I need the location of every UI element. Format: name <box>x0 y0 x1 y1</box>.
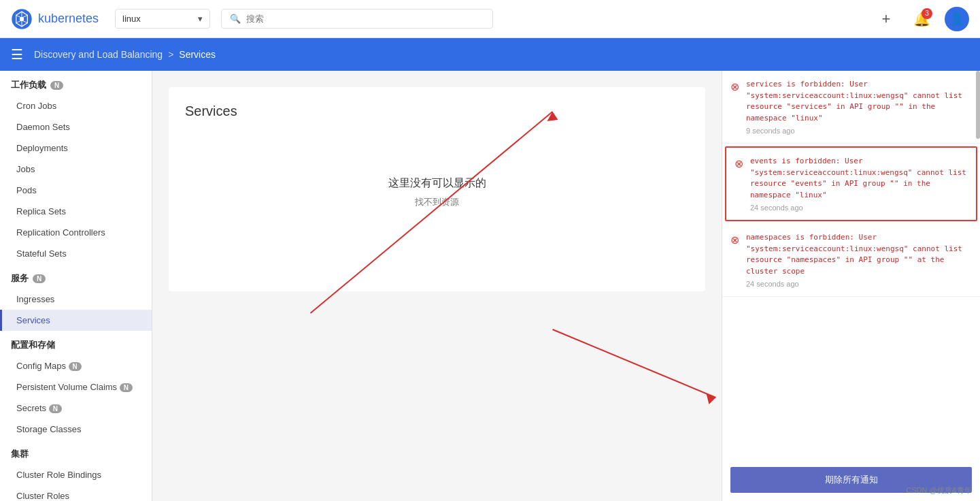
notification-panel: ⊗ services is forbidden: User "system:se… <box>722 71 980 501</box>
notification-time-2: 24 seconds ago <box>750 204 968 212</box>
breadcrumb-current: Services <box>179 49 216 60</box>
plus-icon: + <box>882 10 891 28</box>
svg-line-11 <box>553 329 716 398</box>
error-icon-2: ⊗ <box>734 157 743 212</box>
kube-logo-icon <box>11 8 33 30</box>
sidebar-item-replication-controllers[interactable]: Replication Controllers <box>0 222 152 243</box>
svg-marker-12 <box>707 393 716 404</box>
top-nav: kubernetes linux ▾ 🔍 + 🔔 3 👤 <box>0 0 980 38</box>
add-button[interactable]: + <box>874 7 898 31</box>
sidebar-item-secrets[interactable]: Secrets N <box>0 398 152 419</box>
logo[interactable]: kubernetes <box>11 8 99 30</box>
sidebar-item-cron-jobs[interactable]: Cron Jobs <box>0 95 152 116</box>
notification-text-3: namespaces is forbidden: User "system:se… <box>746 232 972 277</box>
content-card: Services 这里没有可以显示的 找不到资源 <box>169 87 705 291</box>
notification-badge: 3 <box>922 8 932 19</box>
nav-actions: + 🔔 3 👤 <box>874 7 969 31</box>
sidebar-item-replica-sets[interactable]: Replica Sets <box>0 201 152 222</box>
person-icon: 👤 <box>949 12 964 27</box>
sidebar-item-storage-classes[interactable]: Storage Classes <box>0 419 152 440</box>
app-name: kubernetes <box>38 12 99 26</box>
search-bar[interactable]: 🔍 <box>221 9 493 29</box>
notification-time-3: 24 seconds ago <box>746 280 972 288</box>
workload-label: 工作负载 <box>11 79 46 91</box>
breadcrumb-bar: ☰ Discovery and Load Balancing > Service… <box>0 38 980 71</box>
layout: 工作负载 N Cron Jobs Daemon Sets Deployments… <box>0 71 980 501</box>
notification-item-3: ⊗ namespaces is forbidden: User "system:… <box>722 224 980 297</box>
sidebar-item-cluster-role-bindings[interactable]: Cluster Role Bindings <box>0 464 152 485</box>
error-icon-3: ⊗ <box>730 233 739 288</box>
search-input[interactable] <box>246 14 484 24</box>
watermark: CSDN @优质&青年 <box>906 485 972 496</box>
sidebar-item-pods[interactable]: Pods <box>0 180 152 201</box>
breadcrumb-separator: > <box>168 49 173 60</box>
page-title: Services <box>185 103 689 119</box>
search-icon: 🔍 <box>230 14 241 24</box>
notification-item-2: ⊗ events is forbidden: User "system:serv… <box>725 146 977 221</box>
sidebar-item-pvc[interactable]: Persistent Volume Claims N <box>0 376 152 398</box>
sidebar-section-cluster: 集群 <box>0 440 152 464</box>
notification-text-2: events is forbidden: User "system:servic… <box>750 156 968 201</box>
sidebar-item-config-maps[interactable]: Config Maps N <box>0 355 152 376</box>
config-label: 配置和存储 <box>11 339 55 351</box>
error-icon-1: ⊗ <box>730 80 739 135</box>
sidebar-section-config: 配置和存储 <box>0 331 152 355</box>
sidebar-item-jobs[interactable]: Jobs <box>0 159 152 180</box>
notification-button[interactable]: 🔔 3 <box>909 7 934 31</box>
sidebar: 工作负载 N Cron Jobs Daemon Sets Deployments… <box>0 71 152 501</box>
notification-time-1: 9 seconds ago <box>746 127 972 135</box>
sidebar-section-workload: 工作负载 N <box>0 71 152 95</box>
namespace-selector[interactable]: linux ▾ <box>115 9 210 29</box>
sidebar-item-daemon-sets[interactable]: Daemon Sets <box>0 116 152 138</box>
cluster-label: 集群 <box>11 448 29 460</box>
sidebar-item-deployments[interactable]: Deployments <box>0 138 152 159</box>
breadcrumb-parent[interactable]: Discovery and Load Balancing <box>34 49 163 60</box>
services-badge: N <box>33 274 46 283</box>
sidebar-item-stateful-sets[interactable]: Stateful Sets <box>0 243 152 264</box>
sidebar-item-cluster-roles[interactable]: Cluster Roles <box>0 485 152 501</box>
namespace-value: linux <box>122 14 192 24</box>
notification-text-1: services is forbidden: User "system:serv… <box>746 79 972 124</box>
notification-item-1: ⊗ services is forbidden: User "system:se… <box>722 71 980 144</box>
empty-state-sub: 找不到资源 <box>415 196 459 208</box>
sidebar-item-services[interactable]: Services <box>0 310 152 331</box>
hamburger-icon[interactable]: ☰ <box>11 46 23 63</box>
main-content: Services 这里没有可以显示的 找不到资源 <box>152 71 722 501</box>
chevron-down-icon: ▾ <box>198 14 203 24</box>
notification-empty-area <box>722 297 980 459</box>
workload-badge: N <box>50 81 63 90</box>
empty-state-main: 这里没有可以显示的 <box>388 176 486 191</box>
user-avatar[interactable]: 👤 <box>945 7 969 31</box>
sidebar-item-ingresses[interactable]: Ingresses <box>0 289 152 310</box>
services-label: 服务 <box>11 272 29 285</box>
sidebar-section-services: 服务 N <box>0 264 152 289</box>
empty-state: 这里没有可以显示的 找不到资源 <box>185 135 689 249</box>
